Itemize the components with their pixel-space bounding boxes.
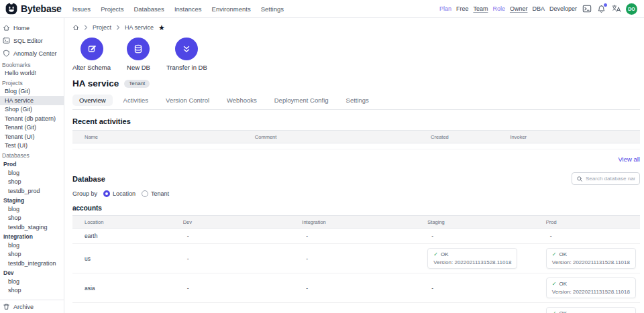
terminal-icon — [3, 37, 10, 44]
db-status-card[interactable]: ✓OK Version: 20220211131528.11018 — [546, 277, 636, 298]
sidebar-project-tenant-ui[interactable]: Tenant (UI) — [0, 132, 64, 141]
role-label: Role — [492, 5, 505, 12]
sidebar: Home SQL Editor Anomaly Center — [0, 18, 64, 313]
sidebar-project-ha-service[interactable]: HA service — [0, 96, 64, 105]
group-by-tenant-option[interactable]: Tenant — [142, 190, 169, 197]
sidebar-project-tenant-db-pattern[interactable]: Tenant (db pattern) — [0, 114, 64, 123]
bytebase-logo[interactable]: Bytebase — [5, 3, 62, 15]
breadcrumb-project[interactable]: Project — [93, 24, 111, 31]
col-staging: Staging — [415, 216, 534, 229]
nav-instances[interactable]: Instances — [174, 5, 202, 13]
view-all-link[interactable]: View all — [618, 155, 640, 163]
sidebar-db-prod-blog[interactable]: blog — [0, 168, 64, 178]
tab-settings[interactable]: Settings — [339, 95, 376, 106]
sidebar-db-dev-blog[interactable]: blog — [0, 277, 64, 286]
col-location: Location — [72, 216, 171, 229]
tab-webhooks[interactable]: Webhooks — [220, 95, 264, 106]
sidebar-env-dev: Dev — [0, 268, 64, 277]
sidebar-project-test-ui[interactable]: Test (UI) — [0, 141, 64, 151]
role-owner-link[interactable]: Owner — [510, 5, 528, 12]
db-status-card[interactable]: ✓OK Version: 20220211131528.11018 — [427, 248, 517, 269]
cell-dev: - — [171, 244, 290, 273]
sidebar-db-integration-shop[interactable]: shop — [0, 250, 64, 259]
tenant-badge: Tenant — [124, 80, 150, 88]
sidebar-item-home[interactable]: Home — [0, 21, 64, 34]
cell-prod: - — [534, 229, 640, 244]
sidebar-item-label: SQL Editor — [13, 38, 43, 44]
check-icon: ✓ — [552, 281, 557, 287]
sidebar-item-anomaly-center[interactable]: Anomaly Center — [0, 47, 64, 60]
favorite-star-icon[interactable]: ★ — [158, 24, 165, 31]
breadcrumb-home-icon[interactable] — [72, 24, 79, 31]
language-translate-icon[interactable] — [611, 4, 621, 14]
search-icon — [576, 176, 583, 182]
row-location: us — [72, 244, 171, 273]
cell-prod: ✓OK Version: 20220211131528.11018 — [534, 273, 640, 303]
nav-issues[interactable]: Issues — [72, 5, 91, 13]
sidebar-project-blog-git[interactable]: Blog (Git) — [0, 87, 64, 97]
sidebar-db-prod-shop[interactable]: shop — [0, 178, 64, 187]
role-dba[interactable]: DBA — [532, 5, 545, 12]
sidebar-db-integration-blog[interactable]: blog — [0, 241, 64, 250]
recent-activities-table: Name Comment Created Invoker — [72, 130, 640, 149]
chevron-right-icon — [84, 25, 88, 30]
cell-staging: - — [415, 303, 534, 313]
accounts-table-title: accounts — [72, 204, 640, 212]
new-db-button[interactable]: New DB — [127, 38, 150, 71]
notification-dot — [604, 3, 607, 7]
search-input[interactable] — [586, 176, 635, 182]
status-label: OK — [441, 251, 449, 257]
top-bar: Bytebase Issues Projects Databases Insta… — [0, 0, 644, 18]
database-search[interactable] — [572, 172, 640, 185]
sidebar-bookmark-hello-world[interactable]: Hello world! — [0, 69, 64, 78]
nav-environments[interactable]: Environments — [212, 5, 251, 13]
group-by-location-option[interactable]: Location — [103, 190, 136, 197]
notification-bell-icon[interactable] — [596, 4, 606, 14]
tab-overview[interactable]: Overview — [72, 95, 113, 106]
radio-checked-icon[interactable] — [103, 190, 110, 197]
cell-staging: - — [415, 229, 534, 244]
check-icon: ✓ — [552, 251, 557, 257]
plan-label: Plan — [439, 5, 451, 12]
sidebar-item-sql-editor[interactable]: SQL Editor — [0, 34, 64, 47]
group-by-row: Group by Location Tenant — [72, 190, 640, 197]
alter-schema-button[interactable]: Alter Schema — [72, 38, 111, 71]
sidebar-project-shop-git[interactable]: Shop (Git) — [0, 105, 64, 115]
sidebar-db-integration-testdb[interactable]: testdb_integration — [0, 259, 64, 268]
nav-databases[interactable]: Databases — [133, 5, 164, 13]
cell-staging: - — [415, 273, 534, 303]
sidebar-section-databases: Databases — [0, 150, 64, 160]
db-status-card[interactable]: ✓OK Version: 20220211131528.11018 — [546, 248, 636, 269]
action-label: Transfer in DB — [166, 64, 207, 71]
radio-unchecked-icon[interactable] — [142, 190, 148, 197]
col-prod: Prod — [534, 216, 640, 229]
check-icon: ✓ — [552, 310, 557, 313]
nav-settings[interactable]: Settings — [261, 5, 284, 13]
nav-projects[interactable]: Projects — [101, 5, 123, 13]
sidebar-item-label: Archive — [13, 304, 34, 310]
col-integration: Integration — [290, 216, 415, 229]
sidebar-db-staging-testdb[interactable]: testdb_staging — [0, 223, 64, 232]
tab-version-control[interactable]: Version Control — [159, 95, 216, 106]
sidebar-item-archive[interactable]: Archive — [0, 300, 64, 313]
console-icon[interactable] — [582, 4, 592, 14]
tab-deployment-config[interactable]: Deployment Config — [268, 95, 335, 106]
database-icon — [127, 38, 150, 60]
sidebar-project-tenant-git[interactable]: Tenant (Git) — [0, 123, 64, 133]
sidebar-db-staging-shop[interactable]: shop — [0, 214, 64, 223]
view-all-row: View all — [72, 152, 640, 164]
group-by-label: Group by — [72, 190, 97, 197]
db-status-card[interactable]: ✓OK Version: 20220211131528.11018 — [546, 307, 636, 313]
sidebar-db-dev-shop[interactable]: shop — [0, 286, 64, 296]
user-avatar[interactable]: DO — [626, 3, 637, 15]
tab-activities[interactable]: Activities — [117, 95, 155, 106]
transfer-in-db-button[interactable]: Transfer in DB — [166, 38, 207, 71]
sidebar-db-staging-blog[interactable]: blog — [0, 204, 64, 214]
row-location: europe — [72, 303, 171, 313]
breadcrumb-current: HA service — [125, 24, 154, 31]
database-section: Database Group by Location — [72, 172, 640, 313]
sidebar-db-prod-testdb[interactable]: testdb_prod — [0, 186, 64, 196]
plan-team-link[interactable]: Team — [473, 5, 488, 12]
role-developer[interactable]: Developer — [549, 5, 577, 12]
cell-dev: - — [171, 273, 290, 303]
